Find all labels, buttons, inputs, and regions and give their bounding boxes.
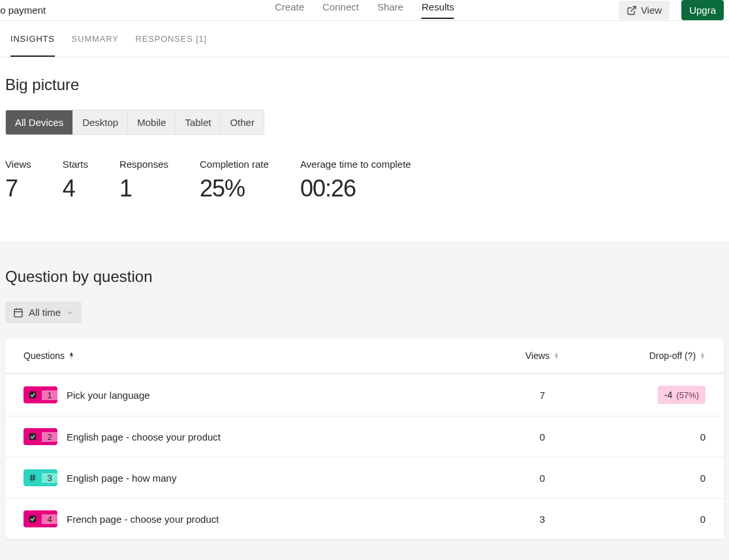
stat-avg-time: Average time to complete 00:26 [300,159,411,202]
tab-share[interactable]: Share [377,1,403,19]
table-row[interactable]: 3 English page - how many 0 0 [5,457,724,498]
date-range-dropdown[interactable]: All time [5,302,82,323]
big-picture-heading: Big picture [5,76,724,94]
question-cell: 1 Pick your language [23,386,497,403]
topbar-right: View Upgra [619,0,724,20]
date-range-label: All time [29,307,61,318]
views-cell: 7 [497,390,588,401]
question-number: 2 [42,432,57,442]
th-views[interactable]: Views ▲▼ [497,350,588,361]
device-tab-desktop[interactable]: Desktop [72,110,127,134]
question-title: English page - choose your product [67,431,221,443]
views-cell: 3 [497,514,588,525]
upgrade-button[interactable]: Upgra [681,0,724,20]
th-dropoff[interactable]: Drop-off (?) ▲▼ [588,350,706,361]
svg-rect-5 [29,392,37,399]
question-number: 1 [42,390,57,400]
table-row[interactable]: 1 Pick your language 7 -4 (57%) [5,373,724,416]
calendar-icon [13,307,23,318]
question-badge: 2 [23,428,57,445]
question-number: 4 [42,514,57,524]
qbq-heading: Question by question [5,268,724,286]
device-tab-other[interactable]: Other [220,110,264,134]
question-cell: 2 English page - choose your product [23,428,497,445]
hash-icon [23,473,42,482]
question-badge: 4 [23,510,57,527]
main-tabs: Create Connect Share Results [275,1,454,19]
stat-completion-rate: Completion rate 25% [200,159,269,202]
stat-value: 1 [119,175,168,202]
question-title: French page - choose your product [67,514,219,525]
stat-label: Average time to complete [300,159,411,170]
svg-line-10 [33,474,34,482]
stat-label: Views [5,159,31,170]
device-tab-all[interactable]: All Devices [6,110,72,134]
views-cell: 0 [497,473,588,484]
subtab-insights[interactable]: INSIGHTS [10,34,55,57]
device-tab-mobile[interactable]: Mobile [127,110,175,134]
view-label: View [641,5,662,16]
stat-value: 4 [63,175,88,202]
form-title-fragment: to payment [0,5,46,16]
device-tabs: All Devices Desktop Mobile Tablet Other [5,110,264,135]
view-button[interactable]: View [619,1,670,20]
stat-value: 00:26 [300,175,411,202]
sort-icon: ▲▼ [69,352,74,359]
stat-label: Completion rate [200,159,269,170]
svg-line-9 [31,474,32,482]
dropoff-badge: -4 (57%) [658,386,706,404]
dropoff-cell: 0 [588,514,706,525]
stat-label: Starts [63,159,88,170]
table-header: Questions ▲▼ Views ▲▼ Drop-off (?) ▲▼ [5,339,724,373]
svg-rect-1 [14,309,22,317]
stat-starts: Starts 4 [63,159,88,202]
dropoff-cell: 0 [588,431,706,443]
stat-value: 7 [5,175,31,202]
table-row[interactable]: 2 English page - choose your product 0 0 [5,416,724,457]
svg-line-0 [631,7,636,11]
topbar: to payment Create Connect Share Results … [0,0,729,21]
subtab-summary[interactable]: SUMMARY [72,34,119,57]
stat-responses: Responses 1 [119,159,168,202]
subtab-responses[interactable]: RESPONSES [1] [136,34,207,57]
stat-label: Responses [119,159,168,170]
tab-create[interactable]: Create [275,1,304,19]
table-row[interactable]: 4 French page - choose your product 3 0 [5,498,724,539]
question-badge: 1 [23,386,57,403]
question-number: 3 [42,473,57,483]
question-badge: 3 [23,469,57,486]
questions-table: Questions ▲▼ Views ▲▼ Drop-off (?) ▲▼ 1 [5,339,724,539]
device-tab-tablet[interactable]: Tablet [175,110,220,134]
question-cell: 4 French page - choose your product [23,510,497,527]
subtabs: INSIGHTS SUMMARY RESPONSES [1] [0,21,729,57]
checkbox-icon [23,514,42,523]
question-title: Pick your language [67,390,150,401]
question-cell: 3 English page - how many [23,469,497,486]
stats-row: Views 7 Starts 4 Responses 1 Completion … [5,159,724,202]
tab-connect[interactable]: Connect [322,1,359,19]
views-cell: 0 [497,431,588,443]
th-questions[interactable]: Questions ▲▼ [23,350,497,361]
sort-icon: ▲▼ [700,352,706,359]
stat-value: 25% [200,175,269,202]
checkbox-icon [23,390,42,399]
question-by-question-section: Question by question All time Questions … [0,241,729,560]
dropoff-cell: 0 [588,473,706,484]
tab-results[interactable]: Results [422,1,454,19]
sort-icon: ▲▼ [553,352,559,359]
checkbox-icon [23,432,42,441]
stat-views: Views 7 [5,159,31,202]
svg-rect-11 [29,516,37,523]
big-picture-section: Big picture All Devices Desktop Mobile T… [0,57,729,241]
svg-rect-6 [29,433,37,441]
chevron-down-icon [66,309,74,317]
question-title: English page - how many [67,473,176,484]
external-link-icon [627,5,637,16]
dropoff-cell: -4 (57%) [588,386,706,404]
